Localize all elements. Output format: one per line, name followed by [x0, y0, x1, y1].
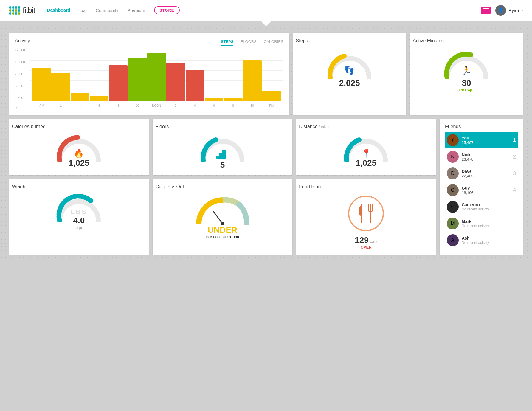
- friend-info-cameron: CameronNo recent activity: [462, 202, 516, 211]
- friend-name-6: Ash: [462, 236, 516, 241]
- nav-community[interactable]: Community: [96, 7, 118, 14]
- friend-info-ash: AshNo recent activity: [462, 236, 516, 245]
- friend-steps-0: 25,497: [462, 140, 510, 145]
- svg-line-4: [213, 211, 223, 224]
- bar-4: [109, 65, 127, 101]
- logo-dots: [9, 6, 20, 15]
- distance-gauge: 📍: [342, 132, 390, 158]
- nav-store-button[interactable]: STORE: [154, 6, 180, 14]
- cals-status: UNDER: [208, 225, 238, 235]
- friend-item-cameron[interactable]: CCameronNo recent activity: [445, 198, 518, 215]
- floors-gauge: ↑: [199, 132, 246, 160]
- friend-info-you: You25,497: [462, 136, 510, 145]
- bar-3: [90, 96, 108, 101]
- bar-10: [224, 98, 242, 101]
- bar-12: [262, 91, 281, 101]
- friend-info-guy: Guy18,106: [462, 186, 510, 195]
- bars-container: [30, 50, 283, 101]
- messages-icon[interactable]: [481, 7, 491, 14]
- x-labels: AM246810NOON246810PM: [30, 101, 283, 110]
- friend-name-1: Nicki: [462, 152, 510, 157]
- header: fitbit Dashboard Log Community Premium S…: [0, 0, 532, 21]
- x-label-7: 2: [166, 104, 185, 107]
- friend-steps-3: 18,106: [462, 190, 510, 195]
- friend-steps-1: 23,478: [462, 157, 510, 162]
- distance-title: Distance / miles: [299, 124, 329, 129]
- friends-list: YYou25,4971NNicki23,4782DDave22,4653GGuy…: [445, 132, 518, 249]
- chart-area: 12,500 10,000 7,500 5,000 2,500 0: [15, 50, 283, 110]
- distance-value: 1,025: [356, 158, 376, 168]
- friend-avatar-guy: G: [447, 184, 459, 196]
- friend-info-mark: MarkNo recent activity: [462, 219, 516, 228]
- friend-item-ash[interactable]: AAshNo recent activity: [445, 232, 518, 249]
- nav-log[interactable]: Log: [79, 7, 87, 14]
- avatar: 👤: [495, 5, 506, 16]
- friend-avatar-ash: A: [447, 234, 459, 246]
- friend-rank-2: 3: [513, 170, 516, 177]
- x-label-11: 10: [243, 104, 262, 107]
- food-plan-value: 129: [355, 235, 369, 245]
- rows-2-3: Calories burned 🔥 1,025 Floors: [9, 119, 523, 255]
- friend-avatar-nicki: N: [447, 151, 459, 163]
- friend-no-activity-4: No recent activity: [462, 207, 516, 211]
- weight-value: 4.0: [73, 216, 85, 225]
- friend-steps-2: 22,465: [462, 174, 510, 178]
- friend-info-dave: Dave22,465: [462, 169, 510, 178]
- tab-calories[interactable]: CALORIES: [264, 39, 283, 46]
- x-label-5: 10: [128, 104, 147, 107]
- main-nav: Dashboard Log Community Premium STORE: [47, 6, 481, 14]
- friend-name-2: Dave: [462, 169, 510, 174]
- food-icon: [351, 198, 381, 228]
- bar-7: [166, 63, 185, 101]
- x-label-9: 6: [204, 104, 224, 107]
- y-label-2500: 2,500: [15, 96, 23, 100]
- x-label-10: 8: [224, 104, 243, 107]
- friends-title: Friends: [445, 124, 461, 129]
- x-label-0: AM: [32, 104, 51, 107]
- bar-9: [205, 98, 223, 101]
- food-plan-title: Food Plan: [299, 184, 321, 190]
- bar-5: [128, 58, 147, 101]
- friend-rank-3: 4: [513, 187, 516, 193]
- logo[interactable]: fitbit: [9, 6, 35, 15]
- active-minutes-title: Active Minutes: [413, 38, 444, 44]
- steps-value: 2,025: [339, 78, 360, 88]
- friend-item-dave[interactable]: DDave22,4653: [445, 165, 518, 182]
- friend-avatar-cameron: C: [447, 201, 459, 213]
- x-label-1: 2: [51, 104, 70, 107]
- x-label-6: NOON: [147, 104, 166, 107]
- friend-item-guy[interactable]: GGuy18,1064: [445, 182, 518, 198]
- activity-tabs: STEPS FLOORS CALORIES: [221, 39, 283, 46]
- distance-card: Distance / miles 📍 1,025: [296, 119, 436, 175]
- row-3-left: Weight LBS 4.0 to go Cals: [9, 179, 436, 255]
- dashboard: Activity STEPS FLOORS CALORIES 12,500 10…: [9, 33, 523, 255]
- svg-text:↑: ↑: [224, 148, 227, 153]
- calories-burned-title: Calories burned: [12, 124, 46, 129]
- bar-2: [71, 93, 89, 101]
- bar-11: [243, 60, 262, 101]
- cals-inout-title: Cals In v. Out: [156, 184, 184, 190]
- friend-no-activity-5: No recent activity: [462, 224, 516, 228]
- bar-8: [186, 70, 204, 101]
- tab-floors[interactable]: FLOORS: [241, 39, 256, 46]
- row-2-left: Calories burned 🔥 1,025 Floors: [9, 119, 436, 175]
- food-plan-unit: cals: [370, 239, 377, 244]
- friend-item-nicki[interactable]: NNicki23,4782: [445, 148, 518, 165]
- friend-name-5: Mark: [462, 219, 516, 224]
- bar-1: [51, 73, 70, 101]
- tab-steps[interactable]: STEPS: [221, 39, 234, 46]
- cals-inout-card: Cals In v. Out: [153, 179, 293, 255]
- friend-item-mark[interactable]: MMarkNo recent activity: [445, 215, 518, 232]
- weight-sublabel: to go: [75, 225, 83, 230]
- food-plan-status: OVER: [361, 245, 372, 249]
- speedometer: [196, 196, 249, 225]
- friend-rank-1: 2: [513, 154, 516, 160]
- nav-premium[interactable]: Premium: [127, 7, 145, 14]
- friend-avatar-dave: D: [447, 167, 459, 179]
- food-circle: [348, 196, 384, 231]
- x-label-2: 4: [70, 104, 89, 107]
- friend-item-you[interactable]: YYou25,4971: [445, 132, 518, 148]
- steps-title: Steps: [296, 38, 308, 44]
- user-menu[interactable]: 👤 Ryan ▾: [495, 5, 523, 16]
- nav-dashboard[interactable]: Dashboard: [47, 6, 70, 14]
